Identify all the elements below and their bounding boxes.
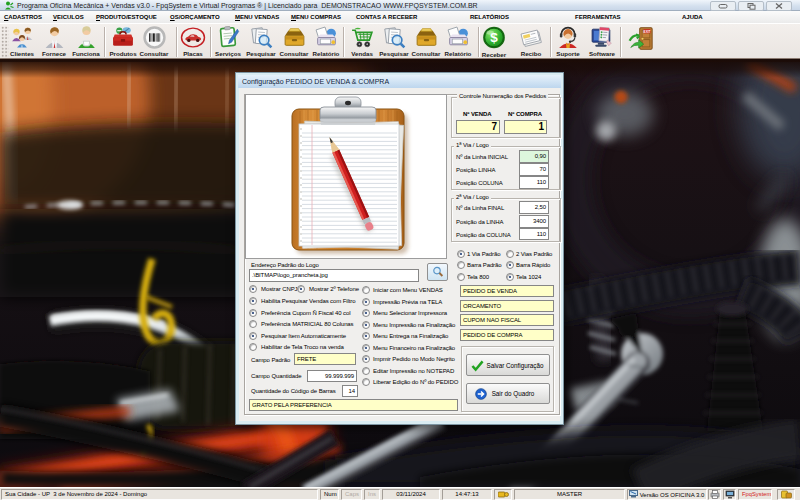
- svg-text:EXIT: EXIT: [644, 30, 651, 34]
